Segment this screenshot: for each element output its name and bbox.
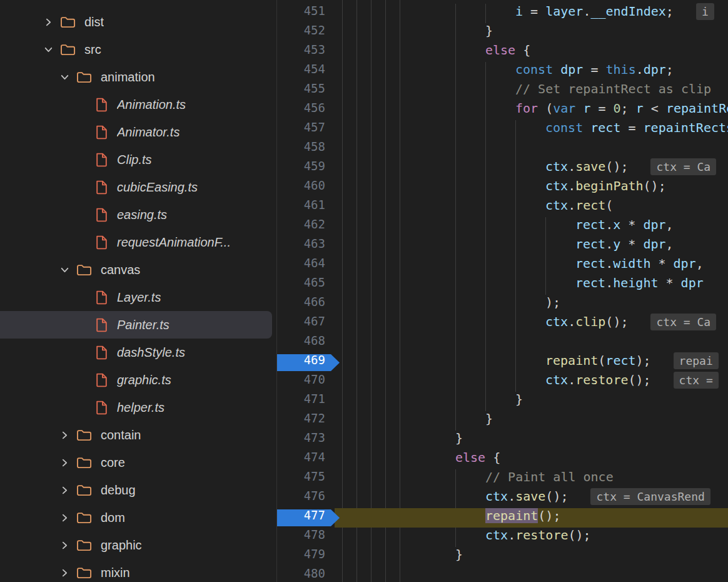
line-number[interactable]: 460 bbox=[277, 178, 335, 198]
code-line-468[interactable] bbox=[335, 334, 728, 353]
chevron-right-icon bbox=[58, 511, 71, 524]
tree-item-dashstyle-ts[interactable]: dashStyle.ts bbox=[0, 339, 276, 366]
file-icon bbox=[95, 180, 108, 195]
tree-item-animation-ts[interactable]: Animation.ts bbox=[0, 91, 276, 118]
tree-item-layer-ts[interactable]: Layer.ts bbox=[0, 283, 276, 311]
line-number[interactable]: 463 bbox=[277, 237, 335, 256]
tree-item-src[interactable]: src bbox=[0, 36, 276, 63]
tree-item-dom[interactable]: dom bbox=[0, 504, 276, 531]
tree-item-animation[interactable]: animation bbox=[0, 63, 276, 91]
code-token: dpr bbox=[560, 62, 583, 77]
line-number[interactable]: 452 bbox=[277, 23, 335, 43]
tree-item-clip-ts[interactable]: Clip.ts bbox=[0, 146, 276, 173]
code-line-478[interactable]: ctx.restore(); bbox=[335, 528, 728, 547]
code-token: const bbox=[545, 120, 583, 135]
line-number[interactable]: 470 bbox=[277, 372, 335, 392]
code-line-464[interactable]: rect.width * dpr, bbox=[335, 256, 728, 275]
line-number[interactable]: 472 bbox=[277, 411, 335, 431]
code-area: i = layer.__endIndex;i}else {const dpr =… bbox=[335, 0, 728, 582]
line-number[interactable]: 479 bbox=[277, 547, 335, 566]
tree-item-debug[interactable]: debug bbox=[0, 476, 276, 504]
line-number[interactable]: 480 bbox=[277, 566, 335, 582]
line-number[interactable]: 471 bbox=[277, 392, 335, 411]
code-line-473[interactable]: } bbox=[335, 431, 728, 450]
code-line-456[interactable]: for (var r = 0; r < repaintRects bbox=[335, 101, 728, 120]
line-number[interactable]: 476 bbox=[277, 489, 335, 508]
code-line-451[interactable]: i = layer.__endIndex;i bbox=[335, 4, 728, 23]
code-line-454[interactable]: const dpr = this.dpr; bbox=[335, 62, 728, 81]
code-token: (); bbox=[605, 314, 628, 329]
code-token: rect bbox=[575, 237, 605, 252]
line-number[interactable]: 454 bbox=[277, 62, 335, 81]
code-token: . bbox=[605, 217, 613, 232]
line-number[interactable]: 453 bbox=[277, 43, 335, 62]
code-line-459[interactable]: ctx.save();ctx = Ca bbox=[335, 159, 728, 178]
tree-item-graphic-ts[interactable]: graphic.ts bbox=[0, 366, 276, 394]
code-line-452[interactable]: } bbox=[335, 23, 728, 43]
tree-item-graphic[interactable]: graphic bbox=[0, 531, 276, 559]
tree-item-animator-ts[interactable]: Animator.ts bbox=[0, 118, 276, 146]
code-line-461[interactable]: ctx.rect( bbox=[335, 198, 728, 217]
line-number[interactable]: 477 bbox=[277, 508, 335, 528]
code-line-467[interactable]: ctx.clip();ctx = Ca bbox=[335, 314, 728, 334]
tree-item-helper-ts[interactable]: helper.ts bbox=[0, 394, 276, 421]
tree-item-dist[interactable]: dist bbox=[0, 8, 276, 36]
line-number[interactable]: 464 bbox=[277, 256, 335, 275]
code-line-465[interactable]: rect.height * dpr bbox=[335, 275, 728, 295]
folder-icon bbox=[76, 429, 92, 442]
line-number-text: 469 bbox=[304, 353, 325, 367]
line-number[interactable]: 459 bbox=[277, 159, 335, 178]
tree-item-contain[interactable]: contain bbox=[0, 421, 276, 449]
line-number[interactable]: 457 bbox=[277, 120, 335, 140]
line-number[interactable]: 467 bbox=[277, 314, 335, 334]
line-number[interactable]: 469 bbox=[277, 353, 335, 372]
code-line-480[interactable] bbox=[335, 566, 728, 582]
code-token: ctx bbox=[545, 314, 568, 329]
code-line-477[interactable]: repaint(); bbox=[335, 508, 728, 528]
line-number[interactable]: 455 bbox=[277, 81, 335, 101]
line-number[interactable]: 474 bbox=[277, 450, 335, 469]
code-line-455[interactable]: // Set repaintRect as clip bbox=[335, 81, 728, 101]
tree-item-easing-ts[interactable]: easing.ts bbox=[0, 201, 276, 228]
code-token: rect bbox=[575, 275, 605, 290]
tree-item-cubiceasing-ts[interactable]: cubicEasing.ts bbox=[0, 173, 276, 201]
line-number-text: 480 bbox=[304, 566, 325, 580]
code-line-453[interactable]: else { bbox=[335, 43, 728, 62]
code-line-458[interactable] bbox=[335, 140, 728, 159]
line-number[interactable]: 466 bbox=[277, 295, 335, 314]
code-line-462[interactable]: rect.x * dpr, bbox=[335, 217, 728, 237]
code-token: x bbox=[613, 217, 620, 232]
code-token: . bbox=[568, 198, 575, 213]
line-number[interactable]: 468 bbox=[277, 334, 335, 353]
tree-item-painter-ts[interactable]: Painter.ts bbox=[0, 311, 272, 339]
tree-item-partial[interactable] bbox=[0, 0, 276, 8]
tree-item-mixin[interactable]: mixin bbox=[0, 559, 276, 582]
code-line-457[interactable]: const rect = repaintRects bbox=[335, 120, 728, 140]
code-line-460[interactable]: ctx.beginPath(); bbox=[335, 178, 728, 198]
tree-item-canvas[interactable]: canvas bbox=[0, 256, 276, 283]
line-number[interactable]: 473 bbox=[277, 431, 335, 450]
line-number-text: 461 bbox=[304, 198, 325, 212]
tree-item-requestanimationf[interactable]: requestAnimationF... bbox=[0, 228, 276, 256]
code-line-470[interactable]: ctx.restore();ctx = bbox=[335, 372, 728, 392]
line-number[interactable]: 462 bbox=[277, 217, 335, 237]
tree-item-core[interactable]: core bbox=[0, 449, 276, 476]
code-line-476[interactable]: ctx.save();ctx = CanvasRend bbox=[335, 489, 728, 508]
code-line-474[interactable]: else { bbox=[335, 450, 728, 469]
line-number[interactable]: 456 bbox=[277, 101, 335, 120]
code-line-479[interactable]: } bbox=[335, 547, 728, 566]
line-number[interactable]: 458 bbox=[277, 140, 335, 159]
line-number[interactable]: 475 bbox=[277, 469, 335, 489]
code-line-469[interactable]: repaint(rect);repai bbox=[335, 353, 728, 372]
line-number[interactable]: 461 bbox=[277, 198, 335, 217]
debug-inline-value: repai bbox=[674, 352, 719, 369]
code-line-471[interactable]: } bbox=[335, 392, 728, 411]
line-number[interactable]: 465 bbox=[277, 275, 335, 295]
code-line-466[interactable]: ); bbox=[335, 295, 728, 314]
code-line-463[interactable]: rect.y * dpr, bbox=[335, 237, 728, 256]
code-line-472[interactable]: } bbox=[335, 411, 728, 431]
line-number[interactable]: 478 bbox=[277, 528, 335, 547]
line-number[interactable]: 451 bbox=[277, 4, 335, 23]
code-token: r bbox=[583, 101, 590, 116]
code-line-475[interactable]: // Paint all once bbox=[335, 469, 728, 489]
